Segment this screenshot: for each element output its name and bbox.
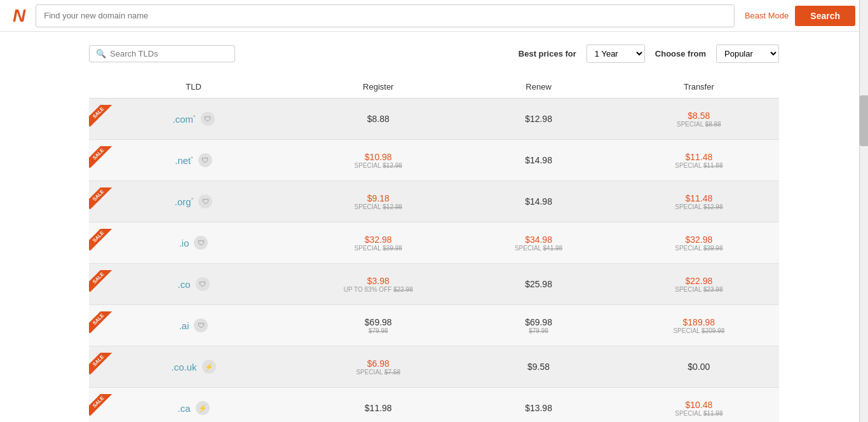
filter-right: Best prices for 1 Year 2 Year 3 Year Cho… [519,44,779,63]
transfer-cell: $11.48SPECIAL $11.88 [619,140,779,181]
register-cell: $32.98SPECIAL $39.98 [298,222,458,264]
renew-cell: $25.98 [458,264,618,305]
tld-cell-.ai: .ai 🛡 [89,305,298,346]
tld-name: .com* [173,114,196,125]
register-cell: $10.98SPECIAL $12.98 [298,140,458,181]
year-select[interactable]: 1 Year 2 Year 3 Year [587,44,645,63]
best-prices-label: Best prices for [519,49,576,58]
sale-badge [89,270,117,298]
tld-name: .ai [179,320,189,331]
shield-icon: 🛡 [198,153,212,167]
price-main: $22.98 [619,276,779,286]
shield-icon: 🛡 [198,194,212,208]
col-register: Register [298,76,458,99]
price-main: $14.98 [458,155,618,165]
logo: N [13,6,25,26]
tld-cell-.org: .org* 🛡 [89,181,298,222]
renew-cell: $69.98$79.98 [458,305,618,346]
price-sub: SPECIAL $12.98 [298,162,458,169]
price-sub: SPECIAL $12.98 [619,203,779,210]
shield-icon: ⚡ [196,401,210,415]
table-row: .co 🛡 $3.98UP TO 83% OFF $22.98$25.98$22… [89,264,779,305]
renew-cell: $13.98 [458,388,618,423]
logo-icon: N [13,6,25,25]
tld-search-input[interactable] [110,49,228,58]
choose-from-label: Choose from [655,49,706,58]
renew-cell: $14.98 [458,181,618,222]
register-cell: $9.18SPECIAL $12.98 [298,181,458,222]
price-sub: SPECIAL $8.88 [619,121,779,128]
tld-search-icon: 🔍 [96,49,106,58]
header-search-button[interactable]: Search [795,6,855,26]
shield-icon: 🛡 [194,318,208,332]
shield-icon: 🛡 [194,236,208,250]
price-sub: SPECIAL $209.98 [619,327,779,334]
renew-cell: $9.58 [458,346,618,388]
price-main: $11.48 [619,152,779,162]
col-renew: Renew [458,76,618,99]
tld-cell-.net: .net* 🛡 [89,140,298,181]
col-transfer: Transfer [619,76,779,99]
register-cell: $8.88 [298,99,458,140]
tld-name: .co.uk [172,362,197,372]
tld-cell-.co: .co 🛡 [89,264,298,305]
tld-cell-.co.uk: .co.uk ⚡ [89,346,298,388]
renew-cell: $14.98 [458,140,618,181]
col-tld: TLD [89,76,298,99]
price-main: $3.98 [298,276,458,286]
scrollbar-thumb[interactable] [860,95,868,146]
table-row: .ca ⚡ $11.98$13.98$10.48SPECIAL $11.98 [89,388,779,423]
price-sub: $79.98 [298,327,458,334]
tld-cell-.io: .io 🛡 [89,222,298,264]
table-header-row: TLD Register Renew Transfer [89,76,779,99]
register-cell: $69.98$79.98 [298,305,458,346]
scrollbar[interactable] [859,0,868,422]
price-main: $10.48 [619,400,779,410]
sale-badge [89,229,117,257]
table-row: .net* 🛡 $10.98SPECIAL $12.98$14.98$11.48… [89,140,779,181]
transfer-cell: $11.48SPECIAL $12.98 [619,181,779,222]
tld-name: .org* [175,196,193,207]
sale-badge [89,353,117,381]
price-main: $0.00 [619,362,779,372]
price-sub: SPECIAL $39.98 [298,245,458,252]
transfer-cell: $10.48SPECIAL $11.98 [619,388,779,423]
price-sub: SPECIAL $39.98 [619,245,779,252]
price-main: $14.98 [458,196,618,207]
price-main: $13.98 [458,403,618,413]
tld-search-wrap: 🔍 [89,45,235,62]
sale-badge [89,105,117,133]
shield-icon: 🛡 [201,112,215,126]
price-sub: SPECIAL $11.98 [619,410,779,417]
price-main: $10.98 [298,152,458,162]
header-right: Beast Mode Search [745,6,855,26]
price-main: $8.58 [619,111,779,121]
register-cell: $11.98 [298,388,458,423]
price-sub: SPECIAL $12.98 [298,203,458,210]
price-main: $69.98 [298,317,458,327]
price-main: $12.98 [458,114,618,124]
price-sub: SPECIAL $23.98 [619,286,779,293]
register-cell: $6.98SPECIAL $7.58 [298,346,458,388]
transfer-cell: $22.98SPECIAL $23.98 [619,264,779,305]
price-main: $11.98 [298,403,458,413]
transfer-cell: $8.58SPECIAL $8.88 [619,99,779,140]
price-main: $69.98 [458,317,618,327]
table-row: .com* 🛡 $8.88$12.98$8.58SPECIAL $8.88 [89,99,779,140]
main-content: 🔍 Best prices for 1 Year 2 Year 3 Year C… [0,32,868,422]
price-main: $34.98 [458,235,618,245]
renew-cell: $12.98 [458,99,618,140]
beast-mode-link[interactable]: Beast Mode [745,11,789,20]
domain-search-input[interactable] [36,4,735,27]
price-main: $6.98 [298,358,458,369]
transfer-cell: $32.98SPECIAL $39.98 [619,222,779,264]
domain-table: TLD Register Renew Transfer .com* 🛡 $8.8… [89,76,779,422]
filter-row: 🔍 Best prices for 1 Year 2 Year 3 Year C… [89,44,779,63]
tld-cell-.com: .com* 🛡 [89,99,298,140]
tld-name: .co [178,279,191,290]
price-main: $32.98 [298,235,458,245]
price-sub: SPECIAL $41.98 [458,245,618,252]
sort-select[interactable]: Popular A-Z Price [716,44,779,63]
header: N Beast Mode Search [0,0,868,32]
transfer-cell: $189.98SPECIAL $209.98 [619,305,779,346]
